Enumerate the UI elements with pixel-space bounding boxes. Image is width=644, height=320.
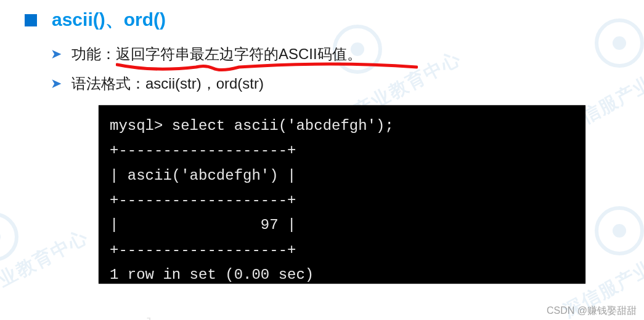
heading-row: ascii()、ord(): [25, 7, 644, 33]
bullet-function: ➤ 功能：返回字符串最左边字符的ASCII码值。: [51, 44, 644, 65]
terminal-line-2: +-------------------+: [110, 142, 296, 159]
arrow-bullet-icon: ➤: [51, 44, 62, 65]
bullet-function-text: 功能：返回字符串最左边字符的ASCII码值。: [71, 44, 362, 65]
terminal-line-4: +-------------------+: [110, 192, 296, 209]
bullet-syntax-desc: ascii(str)，ord(str): [145, 75, 264, 92]
bullet-function-desc: 返回字符串最左边字符的ASCII码值。: [116, 46, 362, 62]
terminal-line-6: +-------------------+: [110, 242, 296, 258]
csdn-watermark: CSDN @赚钱娶甜甜: [547, 305, 637, 318]
bullet-syntax: ➤ 语法格式：ascii(str)，ord(str): [51, 73, 644, 94]
bullet-function-label: 功能：: [71, 46, 116, 62]
terminal-output: mysql> select ascii('abcdefgh'); +------…: [99, 105, 585, 284]
terminal-line-1: mysql> select ascii('abcdefgh');: [110, 118, 394, 134]
heading-text: ascii()、ord(): [52, 7, 166, 33]
terminal-line-3: | ascii('abcdefgh') |: [110, 167, 296, 184]
square-bullet-icon: [25, 14, 37, 26]
terminal-line-9: mysql>: [110, 316, 163, 321]
arrow-bullet-icon: ➤: [51, 73, 62, 94]
terminal-line-5: | 97 |: [110, 217, 296, 233]
bullet-syntax-text: 语法格式：ascii(str)，ord(str): [71, 73, 264, 94]
terminal-line-7: 1 row in set (0.00 sec): [110, 266, 314, 283]
bullet-syntax-label: 语法格式：: [71, 75, 145, 92]
slide-content: ascii()、ord() ➤ 功能：返回字符串最左边字符的ASCII码值。 ➤…: [0, 0, 644, 284]
